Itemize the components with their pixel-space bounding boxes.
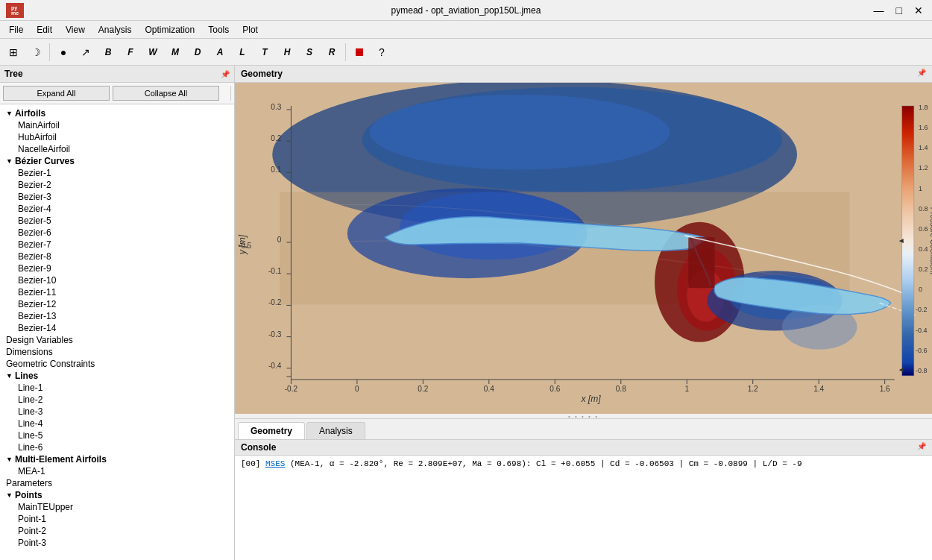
- console-header: Console 📌: [235, 440, 932, 456]
- svg-point-3: [370, 95, 670, 170]
- collapse-mea-icon[interactable]: ▼: [6, 456, 13, 463]
- geometry-panel: Geometry 📌: [235, 66, 932, 414]
- tree-item-bezier3[interactable]: Bezier-3: [0, 191, 234, 203]
- tree-item-bezier12[interactable]: Bezier-12: [0, 298, 234, 310]
- tree-item-nacelleairfoil[interactable]: NacelleAirfoil: [0, 143, 234, 155]
- tree-item-geometric-constraints[interactable]: Geometric Constraints: [0, 358, 234, 370]
- tree-item-mainteupper[interactable]: MainTEUpper: [0, 501, 234, 513]
- minimize-button[interactable]: —: [871, 4, 887, 16]
- menu-plot[interactable]: Plot: [236, 23, 264, 37]
- tree-item-bezier14[interactable]: Bezier-14: [0, 322, 234, 334]
- tool-point[interactable]: ●: [53, 42, 74, 63]
- tree-item-mainairfoil-label: MainAirfoil: [18, 120, 60, 130]
- tool-grid[interactable]: ⊞: [3, 42, 24, 63]
- svg-text:1.6: 1.6: [880, 385, 890, 393]
- tree-item-mainairfoil[interactable]: MainAirfoil: [0, 119, 234, 131]
- tool-r[interactable]: R: [321, 42, 342, 63]
- console-pin-icon: 📌: [917, 442, 926, 453]
- toolbar: ⊞ ☽ ● ↗ B F W M D A L T H S R ⏹ ?: [0, 39, 932, 66]
- tool-b[interactable]: B: [98, 42, 119, 63]
- tree-item-point1[interactable]: Point-1: [0, 513, 234, 525]
- tool-arrow[interactable]: ↗: [75, 42, 96, 63]
- tree-item-bezier4[interactable]: Bezier-4: [0, 203, 234, 215]
- tool-a[interactable]: A: [210, 42, 230, 63]
- svg-text:Pressure Coefficient: Pressure Coefficient: [929, 207, 932, 274]
- tree-content: ▼ Airfoils MainAirfoil HubAirfoil Nacell…: [0, 104, 234, 560]
- collapse-all-button[interactable]: Collapse All: [113, 86, 219, 101]
- tree-group-mea[interactable]: ▼ Multi-Element Airfoils: [0, 453, 234, 465]
- app-logo: pyme: [6, 3, 24, 18]
- close-button[interactable]: ✕: [911, 4, 926, 16]
- tree-item-hubairfoil[interactable]: HubAirfoil: [0, 131, 234, 143]
- svg-text:0.1: 0.1: [271, 166, 281, 174]
- tree-item-bezier2[interactable]: Bezier-2: [0, 179, 234, 191]
- collapse-points-icon[interactable]: ▼: [6, 491, 13, 499]
- tree-item-line5[interactable]: Line-5: [0, 430, 234, 441]
- tree-group-airfoils[interactable]: ▼ Airfoils: [0, 107, 234, 119]
- tree-item-bezier11[interactable]: Bezier-11: [0, 286, 234, 298]
- tool-l[interactable]: L: [232, 42, 253, 63]
- tool-t[interactable]: T: [254, 42, 275, 63]
- console-prefix: [00]: [241, 459, 265, 468]
- tree-group-points[interactable]: ▼ Points: [0, 489, 234, 501]
- tab-geometry[interactable]: Geometry: [238, 422, 305, 439]
- tool-s[interactable]: S: [299, 42, 320, 63]
- svg-text:0.2: 0.2: [919, 265, 928, 273]
- svg-text:0.3: 0.3: [271, 103, 281, 111]
- console-title: Console: [241, 442, 276, 453]
- tree-item-line4[interactable]: Line-4: [0, 418, 234, 430]
- tool-w[interactable]: W: [142, 42, 163, 63]
- menu-view[interactable]: View: [60, 23, 91, 37]
- tool-h[interactable]: H: [277, 42, 297, 63]
- tree-item-parameters[interactable]: Parameters: [0, 477, 234, 489]
- collapse-bezier-icon[interactable]: ▼: [6, 157, 13, 165]
- tree-item-point3[interactable]: Point-3: [0, 537, 234, 549]
- console-mses-link[interactable]: MSES: [265, 459, 285, 468]
- tree-item-point2[interactable]: Point-2: [0, 525, 234, 537]
- tab-analysis[interactable]: Analysis: [306, 422, 365, 439]
- tree-group-lines[interactable]: ▼ Lines: [0, 370, 234, 382]
- svg-text:1: 1: [684, 385, 689, 393]
- svg-text:-0.4: -0.4: [916, 327, 928, 334]
- tree-item-bezier5[interactable]: Bezier-5: [0, 215, 234, 227]
- tool-help[interactable]: ?: [371, 42, 392, 63]
- tree-item-line6[interactable]: Line-6: [0, 441, 234, 453]
- tree-item-dimensions[interactable]: Dimensions: [0, 346, 234, 358]
- expand-all-button[interactable]: Expand All: [3, 86, 110, 101]
- svg-text:◄: ◄: [898, 365, 905, 374]
- collapse-airfoils-icon[interactable]: ▼: [6, 110, 13, 117]
- menu-tools[interactable]: Tools: [202, 23, 235, 37]
- tree-item-bezier9[interactable]: Bezier-9: [0, 262, 234, 274]
- tree-item-design-variables[interactable]: Design Variables: [0, 334, 234, 346]
- tool-d[interactable]: D: [187, 42, 208, 63]
- menu-analysis[interactable]: Analysis: [92, 23, 138, 37]
- tree-item-mea1[interactable]: MEA-1: [0, 465, 234, 477]
- tree-item-bezier13[interactable]: Bezier-13: [0, 310, 234, 322]
- tree-item-line2[interactable]: Line-2: [0, 394, 234, 406]
- menu-edit[interactable]: Edit: [31, 23, 58, 37]
- tree-item-bezier8[interactable]: Bezier-8: [0, 251, 234, 262]
- tool-f[interactable]: F: [120, 42, 141, 63]
- tool-moon[interactable]: ☽: [25, 42, 46, 63]
- menu-file[interactable]: File: [3, 23, 29, 37]
- tool-m[interactable]: M: [165, 42, 186, 63]
- tool-stop[interactable]: ⏹: [349, 42, 370, 63]
- svg-text:y [m]: y [m]: [237, 234, 248, 255]
- collapse-lines-icon[interactable]: ▼: [6, 372, 13, 380]
- tree-item-line3[interactable]: Line-3: [0, 406, 234, 418]
- svg-text:1.2: 1.2: [919, 164, 928, 172]
- tree-item-bezier1[interactable]: Bezier-1: [0, 167, 234, 179]
- svg-text:0: 0: [355, 385, 359, 393]
- tree-item-bezier10[interactable]: Bezier-10: [0, 274, 234, 286]
- maximize-button[interactable]: □: [893, 4, 905, 16]
- tree-item-line1[interactable]: Line-1: [0, 382, 234, 394]
- menu-optimization[interactable]: Optimization: [139, 23, 201, 37]
- cfd-plot[interactable]: -0.2 0 0.2 0.4 0.6 0.8: [235, 83, 932, 414]
- svg-text:1.4: 1.4: [919, 144, 928, 151]
- tree-item-bezier6[interactable]: Bezier-6: [0, 227, 234, 239]
- geometry-pin-icon: 📌: [917, 69, 926, 79]
- tree-group-bezier[interactable]: ▼ Bézier Curves: [0, 155, 234, 167]
- tree-item-bezier7[interactable]: Bezier-7: [0, 239, 234, 251]
- content-area: Geometry 📌: [235, 66, 932, 560]
- console-content[interactable]: [00] MSES (MEA-1, α = -2.820°, Re = 2.80…: [235, 456, 932, 560]
